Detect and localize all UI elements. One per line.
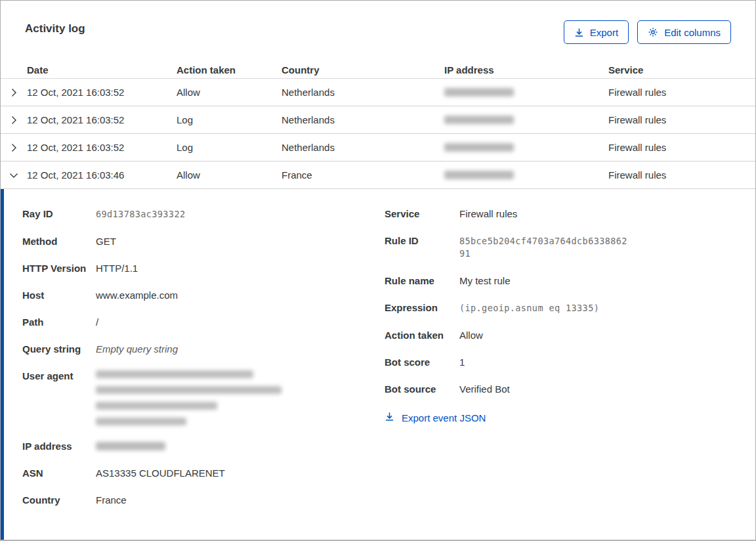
detail-field-user-agent: User agent — [22, 370, 385, 425]
expression-value: (ip.geoip.asnum eq 13335) — [459, 302, 731, 314]
ip-address-redacted — [96, 441, 385, 450]
cell-service: Firewall rules — [608, 87, 755, 98]
asn-value: AS13335 CLOUDFLARENET — [96, 467, 385, 479]
detail-field-method: Method GET — [22, 236, 385, 248]
detail-left-column: Ray ID 69d13783ac393322 Method GET HTTP … — [22, 208, 385, 521]
detail-field-http-version: HTTP Version HTTP/1.1 — [22, 263, 385, 274]
table-row-expanded[interactable]: 12 Oct, 2021 16:03:46 Allow France Firew… — [1, 162, 755, 189]
column-header-country: Country — [282, 64, 444, 76]
bot-source-value: Verified Bot — [459, 383, 731, 395]
event-detail-panel: Ray ID 69d13783ac393322 Method GET HTTP … — [1, 189, 755, 540]
chevron-down-icon[interactable] — [1, 170, 27, 181]
cell-country: Netherlands — [282, 114, 444, 125]
cell-action-taken: Log — [177, 114, 282, 125]
detail-field-path: Path / — [22, 316, 385, 328]
detail-field-query-string: Query string Empty query string — [22, 343, 385, 355]
rule-id-value: 85bce5b204cf4703a764dcb633886291 — [459, 235, 628, 260]
cell-date: 12 Oct, 2021 16:03:52 — [27, 114, 177, 125]
column-header-date: Date — [27, 64, 177, 76]
country-value: France — [96, 494, 385, 506]
detail-field-country: Country France — [22, 494, 385, 506]
table-row[interactable]: 12 Oct, 2021 16:03:52 Log Netherlands Fi… — [1, 134, 755, 162]
topbar: Activity log Export Edit columns — [1, 1, 755, 61]
detail-field-host: Host www.example.com — [22, 290, 385, 301]
ray-id-value: 69d13783ac393322 — [96, 208, 385, 221]
toolbar: Export Edit columns — [564, 20, 731, 44]
cell-service: Firewall rules — [608, 142, 755, 153]
detail-right-column: Service Firewall rules Rule ID 85bce5b20… — [385, 208, 731, 521]
activity-log-panel: Activity log Export Edit columns — [0, 0, 756, 541]
cell-action-taken: Log — [177, 142, 282, 153]
user-agent-redacted — [96, 370, 385, 425]
download-icon — [385, 412, 394, 423]
detail-field-expression: Expression (ip.geoip.asnum eq 13335) — [385, 302, 731, 314]
detail-field-action-taken: Action taken Allow — [385, 330, 731, 341]
cell-ip-address-redacted — [444, 143, 608, 152]
bot-score-value: 1 — [459, 357, 731, 368]
detail-field-ip-address: IP address — [22, 441, 385, 452]
detail-field-rule-id: Rule ID 85bce5b204cf4703a764dcb633886291 — [385, 235, 731, 260]
host-value: www.example.com — [96, 290, 385, 301]
export-event-json-link[interactable]: Export event JSON — [385, 412, 486, 423]
cell-ip-address-redacted — [444, 88, 608, 97]
detail-field-rule-name: Rule name My test rule — [385, 275, 731, 287]
chevron-right-icon[interactable] — [1, 115, 27, 125]
export-button-label: Export — [590, 27, 618, 38]
cell-action-taken: Allow — [177, 87, 282, 98]
table-header: Date Action taken Country IP address Ser… — [1, 61, 755, 79]
method-value: GET — [96, 236, 385, 248]
cell-action-taken: Allow — [177, 169, 282, 181]
cell-service: Firewall rules — [608, 169, 755, 181]
path-value: / — [96, 316, 385, 328]
export-button[interactable]: Export — [564, 20, 629, 44]
action-taken-value: Allow — [459, 330, 731, 341]
chevron-right-icon[interactable] — [1, 142, 27, 153]
detail-field-service: Service Firewall rules — [385, 208, 731, 220]
cell-date: 12 Oct, 2021 16:03:52 — [27, 142, 177, 153]
edit-columns-button[interactable]: Edit columns — [637, 20, 731, 44]
rule-name-value: My test rule — [459, 275, 731, 287]
chevron-right-icon[interactable] — [1, 87, 27, 98]
cell-country: Netherlands — [282, 142, 444, 153]
cell-country: Netherlands — [282, 87, 444, 98]
column-header-ip-address: IP address — [444, 64, 608, 76]
download-icon — [574, 28, 584, 37]
page-title: Activity log — [25, 22, 85, 35]
service-value: Firewall rules — [459, 208, 731, 220]
detail-field-bot-score: Bot score 1 — [385, 357, 731, 368]
edit-columns-button-label: Edit columns — [664, 27, 721, 38]
cell-ip-address-redacted — [444, 171, 608, 179]
cell-ip-address-redacted — [444, 116, 608, 124]
detail-field-ray-id: Ray ID 69d13783ac393322 — [22, 208, 385, 221]
cell-date: 12 Oct, 2021 16:03:52 — [27, 87, 177, 98]
table-row[interactable]: 12 Oct, 2021 16:03:52 Allow Netherlands … — [1, 79, 755, 106]
cell-service: Firewall rules — [608, 114, 755, 125]
gear-icon — [648, 27, 658, 37]
cell-country: France — [282, 169, 444, 181]
detail-field-bot-source: Bot source Verified Bot — [385, 383, 731, 395]
query-string-value: Empty query string — [96, 343, 385, 355]
http-version-value: HTTP/1.1 — [96, 263, 385, 274]
column-header-service: Service — [608, 64, 755, 76]
table-row[interactable]: 12 Oct, 2021 16:03:52 Log Netherlands Fi… — [1, 106, 755, 134]
detail-field-asn: ASN AS13335 CLOUDFLARENET — [22, 467, 385, 479]
cell-date: 12 Oct, 2021 16:03:46 — [27, 169, 177, 181]
column-header-action-taken: Action taken — [177, 64, 282, 76]
export-event-json-label: Export event JSON — [402, 412, 486, 423]
